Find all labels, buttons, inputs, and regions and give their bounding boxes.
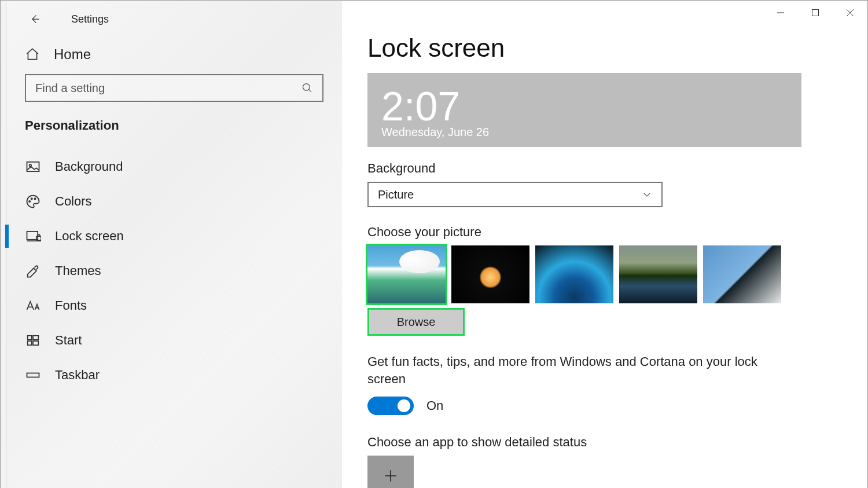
home-icon	[25, 47, 40, 62]
svg-rect-1	[27, 162, 39, 171]
svg-rect-9	[33, 336, 38, 340]
svg-rect-8	[28, 336, 32, 340]
nav-item-taskbar[interactable]: Taskbar	[6, 358, 342, 392]
picture-thumbnail-1[interactable]	[367, 245, 446, 303]
toggle-knob	[398, 399, 410, 412]
choose-picture-label: Choose your picture	[367, 225, 842, 240]
picture-thumbnail-2[interactable]	[451, 245, 529, 303]
sidebar: Settings Home Personalization Background	[6, 1, 342, 488]
taskbar-icon	[25, 367, 41, 383]
picture-thumbnail-4[interactable]	[619, 245, 697, 303]
funfacts-toggle-row: On	[367, 397, 842, 415]
nav-item-background[interactable]: Background	[6, 149, 342, 184]
nav-item-label: Fonts	[55, 298, 87, 313]
svg-rect-12	[27, 373, 39, 377]
nav-item-label: Start	[55, 333, 82, 348]
svg-point-5	[34, 198, 35, 199]
picture-icon	[25, 159, 41, 175]
funfacts-toggle-state: On	[426, 398, 443, 413]
svg-rect-11	[33, 341, 38, 345]
funfacts-label: Get fun facts, tips, and more from Windo…	[367, 353, 790, 387]
fonts-icon	[25, 298, 41, 314]
nav-item-label: Lock screen	[55, 229, 124, 244]
preview-date: Wednesday, June 26	[381, 126, 788, 139]
svg-point-0	[303, 84, 310, 91]
dropdown-value: Picture	[378, 188, 414, 201]
search-icon	[301, 82, 313, 94]
maximize-icon	[811, 9, 819, 17]
minimize-button[interactable]	[763, 1, 798, 24]
add-status-app-button[interactable]	[367, 456, 414, 488]
lock-screen-preview: 2:07 Wednesday, June 26	[367, 73, 801, 147]
picture-thumbnail-row	[367, 245, 842, 303]
browse-button-label: Browse	[397, 315, 436, 329]
funfacts-toggle[interactable]	[367, 397, 414, 415]
background-label: Background	[367, 161, 842, 176]
chevron-down-icon	[642, 189, 652, 200]
picture-thumbnail-3[interactable]	[535, 245, 613, 303]
nav-item-label: Background	[55, 159, 123, 174]
svg-point-2	[30, 164, 32, 167]
minimize-icon	[777, 9, 785, 17]
back-button[interactable]	[25, 9, 45, 29]
nav-item-lock-screen[interactable]: Lock screen	[6, 219, 342, 254]
svg-rect-13	[812, 10, 819, 16]
nav-item-themes[interactable]: Themes	[6, 254, 342, 288]
category-title: Personalization	[6, 113, 342, 142]
svg-rect-10	[28, 341, 32, 345]
plus-icon	[383, 468, 398, 483]
themes-icon	[25, 263, 41, 279]
nav-item-fonts[interactable]: Fonts	[6, 288, 342, 323]
home-nav-item[interactable]: Home	[6, 35, 342, 74]
content: Lock screen 2:07 Wednesday, June 26 Back…	[342, 1, 867, 488]
lock-screen-icon	[25, 228, 41, 244]
browse-button[interactable]: Browse	[367, 308, 465, 336]
arrow-left-icon	[29, 13, 41, 25]
search-input[interactable]	[35, 82, 301, 95]
close-icon	[846, 9, 854, 17]
app-title: Settings	[71, 13, 109, 25]
svg-point-4	[31, 198, 32, 199]
search-box[interactable]	[25, 74, 323, 102]
nav-item-colors[interactable]: Colors	[6, 184, 342, 219]
start-icon	[25, 332, 41, 348]
page-title: Lock screen	[367, 34, 842, 63]
maximize-button[interactable]	[798, 1, 833, 24]
svg-point-3	[29, 201, 30, 202]
window-controls	[763, 1, 867, 24]
nav-item-label: Themes	[55, 263, 101, 278]
palette-icon	[25, 193, 41, 210]
detailed-status-label: Choose an app to show detailed status	[367, 435, 842, 450]
nav-item-start[interactable]: Start	[6, 323, 342, 358]
settings-window: Settings Home Personalization Background	[6, 1, 867, 488]
sidebar-header: Settings	[6, 1, 342, 35]
nav-item-label: Taskbar	[55, 368, 100, 383]
home-label: Home	[54, 46, 91, 63]
nav-item-label: Colors	[55, 194, 92, 209]
nav-list: Background Colors Lock screen Themes	[6, 142, 342, 392]
picture-thumbnail-5[interactable]	[703, 245, 781, 303]
preview-time: 2:07	[381, 93, 788, 121]
search-container	[6, 74, 342, 113]
close-button[interactable]	[833, 1, 867, 24]
page: Lock screen 2:07 Wednesday, June 26 Back…	[342, 1, 867, 488]
background-dropdown[interactable]: Picture	[367, 182, 663, 207]
